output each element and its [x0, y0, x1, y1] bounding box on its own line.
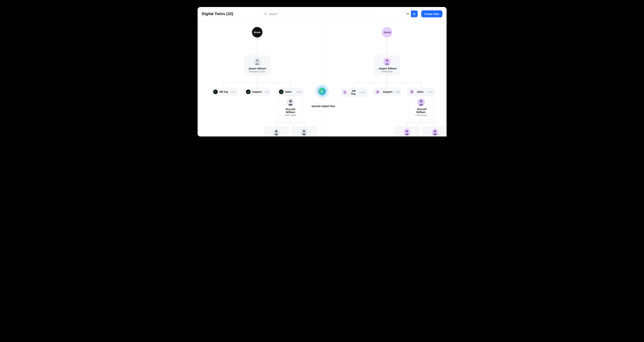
svg-point-0 [265, 13, 266, 14]
svg-line-1 [266, 14, 267, 15]
brand-node-right[interactable]: _Brand [382, 27, 392, 37]
dept-count: 1.2k [263, 91, 269, 93]
person-tiny-icon [263, 91, 265, 93]
person-name: _Russell William [411, 108, 431, 113]
person-title: Founder & CEO [249, 70, 265, 73]
search-wrap [237, 10, 401, 17]
svg-point-5 [406, 13, 407, 13]
users-icon [342, 90, 347, 95]
person-subtitle: 7 Personas [415, 114, 427, 116]
person-subtitle: 5 Personas [381, 70, 393, 73]
header-bar: Digital Twins (32) Create Twin [198, 7, 446, 21]
dept-label: _Support [382, 90, 392, 93]
person-name: Russell William [282, 108, 300, 113]
svg-point-16 [264, 91, 264, 92]
person-node-franklin[interactable]: Franklin Ball VP, Sales [264, 126, 289, 136]
person-tiny-icon [427, 91, 429, 93]
dept-count: 1.2k [296, 91, 301, 93]
app-window: Digital Twins (32) Create Twin [198, 7, 446, 136]
avatar [418, 98, 425, 106]
svg-point-31 [360, 92, 360, 92]
svg-point-18 [296, 91, 297, 92]
create-twin-button[interactable]: Create Twin [421, 10, 442, 17]
search-field[interactable] [262, 10, 376, 17]
dept-label: HR Org [220, 90, 228, 93]
person-node-jasper[interactable]: Jasper Ellison Founder & CEO [244, 55, 270, 76]
center-divider [322, 21, 322, 136]
svg-point-32 [395, 91, 395, 92]
dept-node-support[interactable]: Support 1.2k [244, 88, 271, 96]
dept-node-support-twin[interactable]: _Support 1.2k [373, 88, 401, 96]
dept-count: 1.2k [394, 91, 400, 93]
view-toggle [404, 10, 418, 17]
search-input[interactable] [269, 12, 373, 15]
svg-point-12 [256, 59, 258, 62]
person-name: _Jasper Ellison [377, 67, 396, 70]
digital-twin-label: Sprinklr Digital Twin [309, 103, 338, 109]
dollar-icon [410, 89, 414, 94]
svg-point-29 [344, 92, 345, 92]
brand-node-left[interactable]: Brand [252, 27, 262, 37]
person-tiny-icon [230, 91, 232, 93]
person-tiny-icon [359, 92, 361, 93]
page-title: Digital Twins (32) [202, 11, 233, 16]
svg-point-28 [386, 59, 388, 62]
person-node-russell[interactable]: Russell William SVP, Sales [278, 96, 303, 119]
dept-count: 1.2k [230, 91, 236, 93]
person-node-jasper-twin[interactable]: _Jasper Ellison 5 Personas [374, 55, 400, 76]
person-node-rorie[interactable]: Rorie Weeks VP, Sales [292, 126, 316, 136]
avatar [404, 129, 410, 135]
brand-label: _Brand [383, 31, 391, 34]
svg-point-22 [275, 130, 278, 132]
svg-point-24 [303, 130, 305, 132]
search-icon [264, 12, 267, 15]
avatar [273, 129, 280, 135]
svg-point-15 [230, 91, 231, 92]
dept-label: _Sales [416, 90, 424, 93]
list-icon [406, 12, 409, 15]
person-name: Jasper Ellison [248, 67, 266, 70]
dept-count: 1.2k [427, 91, 433, 93]
svg-rect-10 [415, 14, 415, 15]
svg-point-14 [216, 91, 216, 92]
svg-rect-9 [413, 14, 414, 15]
users-icon [213, 89, 218, 94]
person-tiny-icon [296, 91, 297, 93]
list-view-button[interactable] [404, 10, 411, 17]
dept-node-sales[interactable]: Sales 1.2k [276, 88, 304, 96]
dept-count: 1.2k [359, 91, 365, 93]
dept-node-hr-twin[interactable]: _HR Org 1.2k [340, 88, 367, 97]
digital-twin-badge[interactable] [318, 88, 326, 95]
svg-point-40 [434, 130, 436, 132]
dept-label: _HR Org [349, 89, 358, 95]
avatar [287, 98, 294, 106]
avatar [254, 58, 261, 65]
avatar [301, 129, 307, 135]
person-tiny-icon [394, 91, 396, 93]
dept-label: Support [252, 90, 262, 93]
tree-icon [413, 12, 416, 15]
svg-point-38 [406, 130, 408, 132]
hand-icon [376, 89, 380, 94]
svg-rect-8 [414, 12, 415, 13]
svg-point-20 [289, 100, 292, 102]
person-title: SVP, Sales [285, 114, 296, 116]
hand-icon [246, 89, 250, 94]
svg-point-36 [420, 100, 422, 102]
org-canvas: Brand Jasper Ellison Founder & CEO HR Or… [198, 21, 446, 136]
dept-label: Sales [285, 90, 292, 93]
svg-point-26 [322, 91, 323, 91]
brand-label: Brand [254, 31, 260, 34]
svg-point-25 [321, 90, 322, 91]
person-node-russell-twin[interactable]: _Russell William 7 Personas [408, 96, 434, 119]
tree-view-button[interactable] [411, 10, 418, 17]
twin-people-icon [320, 89, 324, 93]
dept-node-hr[interactable]: HR Org 1.2k [211, 88, 238, 96]
dept-node-sales-twin[interactable]: _Sales 1.2k [407, 88, 435, 96]
svg-point-34 [428, 91, 428, 92]
person-node-rorie-twin[interactable]: _Rorie Weeks 3 Personas [422, 126, 446, 136]
svg-point-30 [345, 92, 346, 92]
person-node-franklin-twin[interactable]: _Franklin Ball 8 Personas [394, 126, 420, 136]
svg-point-13 [215, 91, 216, 92]
dollar-icon [279, 89, 284, 94]
